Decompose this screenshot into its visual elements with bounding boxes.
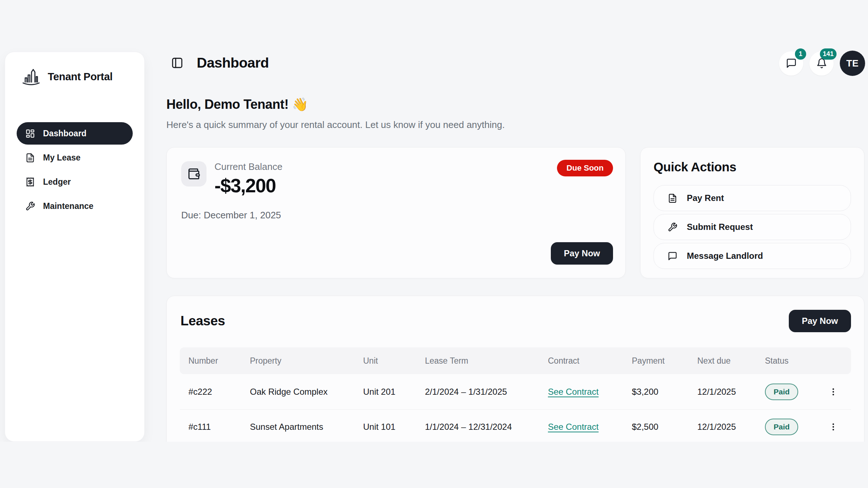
sidebar-item-maintenance[interactable]: Maintenance: [17, 195, 133, 217]
messages-badge: 1: [795, 48, 806, 60]
sidebar-toggle-button[interactable]: [170, 56, 184, 70]
quick-actions-card: Quick Actions Pay Rent Submit Request Me…: [640, 147, 864, 278]
page-header: Dashboard: [170, 55, 269, 71]
leases-table: Number Property Unit Lease Term Contract…: [180, 347, 851, 442]
lease-payment: $3,200: [623, 387, 689, 397]
balance-card: Current Balance -$3,200 Due: December 1,…: [166, 147, 626, 278]
notifications-badge: 141: [820, 48, 837, 60]
due-soon-badge: Due Soon: [557, 160, 613, 176]
balance-amount: -$3,200: [214, 175, 282, 197]
status-badge: Paid: [765, 384, 798, 400]
lease-number: #c111: [180, 422, 241, 432]
lease-next-due: 12/1/2025: [689, 387, 756, 397]
greeting-title: Hello, Demo Tenant! 👋: [166, 97, 505, 112]
panel-left-icon: [171, 57, 183, 69]
row-menu-button[interactable]: [829, 422, 838, 432]
kebab-menu-icon: [829, 422, 838, 432]
message-landlord-button[interactable]: Message Landlord: [654, 243, 851, 269]
header-actions: 1 141 TE: [779, 51, 865, 76]
column-contract: Contract: [539, 356, 623, 366]
balance-due-date: Due: December 1, 2025: [181, 210, 611, 221]
avatar[interactable]: TE: [840, 51, 865, 76]
see-contract-link[interactable]: See Contract: [548, 422, 599, 432]
leases-card: Leases Pay Now Number Property Unit Leas…: [166, 296, 864, 442]
lease-number: #c222: [180, 387, 241, 397]
column-property: Property: [241, 356, 354, 366]
greeting-subtitle: Here's a quick summary of your rental ac…: [166, 119, 505, 130]
lease-next-due: 12/1/2025: [689, 422, 756, 432]
notifications-button[interactable]: 141: [809, 51, 834, 76]
file-text-icon: [668, 193, 677, 203]
balance-label: Current Balance: [214, 161, 282, 172]
layout-dashboard-icon: [25, 129, 35, 138]
lease-payment: $2,500: [623, 422, 689, 432]
column-payment: Payment: [623, 356, 689, 366]
column-next-due: Next due: [689, 356, 756, 366]
wallet-icon: [187, 167, 200, 180]
page-title: Dashboard: [197, 55, 269, 71]
submit-request-label: Submit Request: [687, 222, 753, 232]
brand: Tenant Portal: [17, 67, 133, 87]
sidebar-item-my-lease[interactable]: My Lease: [17, 146, 133, 169]
sidebar-item-ledger[interactable]: Ledger: [17, 171, 133, 193]
receipt-icon: [25, 177, 35, 187]
wrench-icon: [25, 201, 35, 211]
row-menu-button[interactable]: [829, 387, 838, 397]
lease-property: Oak Ridge Complex: [241, 387, 354, 397]
pay-rent-label: Pay Rent: [687, 193, 724, 203]
sidebar-item-label: Dashboard: [43, 129, 86, 138]
table-row: #c111 Sunset Apartments Unit 101 1/1/202…: [180, 409, 851, 442]
leases-title: Leases: [180, 313, 225, 329]
see-contract-link[interactable]: See Contract: [548, 387, 599, 397]
sidebar: Tenant Portal Dashboard My Lease Ledger: [5, 52, 145, 442]
table-header-row: Number Property Unit Lease Term Contract…: [180, 347, 851, 374]
lease-property: Sunset Apartments: [241, 422, 354, 432]
sidebar-nav: Dashboard My Lease Ledger Maintenance: [17, 122, 133, 217]
quick-actions-title: Quick Actions: [654, 160, 851, 174]
message-square-icon: [668, 251, 677, 261]
lease-term: 1/1/2024 – 12/31/2024: [416, 422, 539, 432]
pay-now-button[interactable]: Pay Now: [551, 242, 613, 265]
building-logo-icon: [21, 67, 41, 87]
table-row: #c222 Oak Ridge Complex Unit 201 2/1/202…: [180, 374, 851, 409]
sidebar-item-dashboard[interactable]: Dashboard: [17, 122, 133, 145]
wrench-icon: [668, 222, 677, 232]
column-lease-term: Lease Term: [416, 356, 539, 366]
app-viewport: Tenant Portal Dashboard My Lease Ledger: [0, 0, 868, 442]
bell-icon: [816, 58, 827, 69]
pay-rent-button[interactable]: Pay Rent: [654, 185, 851, 211]
leases-pay-now-button[interactable]: Pay Now: [789, 310, 851, 332]
sidebar-item-label: My Lease: [43, 153, 81, 163]
wallet-tile: [181, 161, 207, 187]
messages-button[interactable]: 1: [779, 51, 803, 76]
file-text-icon: [25, 153, 35, 163]
lease-unit: Unit 201: [354, 387, 416, 397]
brand-title: Tenant Portal: [48, 71, 112, 83]
column-status: Status: [756, 356, 816, 366]
message-landlord-label: Message Landlord: [687, 251, 763, 261]
greeting: Hello, Demo Tenant! 👋 Here's a quick sum…: [166, 97, 505, 130]
column-number: Number: [180, 356, 241, 366]
lease-term: 2/1/2024 – 1/31/2025: [416, 387, 539, 397]
status-badge: Paid: [765, 419, 798, 435]
lease-unit: Unit 101: [354, 422, 416, 432]
sidebar-item-label: Ledger: [43, 177, 71, 187]
quick-actions-list: Pay Rent Submit Request Message Landlord: [654, 185, 851, 269]
submit-request-button[interactable]: Submit Request: [654, 214, 851, 240]
sidebar-item-label: Maintenance: [43, 201, 93, 211]
message-square-icon: [786, 58, 797, 69]
kebab-menu-icon: [829, 387, 838, 397]
column-unit: Unit: [354, 356, 416, 366]
